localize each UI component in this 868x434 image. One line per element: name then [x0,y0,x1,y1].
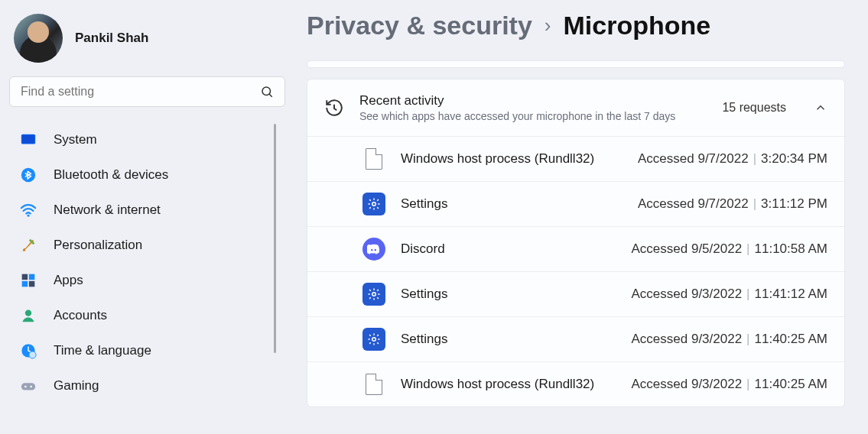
recent-activity-subtitle: See which apps have accessed your microp… [359,110,707,122]
settings-app-icon [362,328,385,351]
sidebar: Pankil Shah System Bluetooth & devices N… [0,0,294,434]
nav-list: System Bluetooth & devices Network & int… [9,122,285,403]
chevron-up-icon[interactable] [814,101,827,115]
settings-app-icon [362,283,385,306]
search-input[interactable] [21,85,260,99]
nav-item-system[interactable]: System [9,122,285,157]
wifi-icon [20,202,37,219]
profile-block[interactable]: Pankil Shah [9,9,285,76]
nav-scrollbar[interactable] [274,124,276,353]
recent-activity-title-block: Recent activity See which apps have acce… [359,93,707,122]
settings-app-icon [362,193,385,215]
nav-label: Gaming [54,378,99,394]
access-info: Accessed 9/5/2022|11:10:58 AM [632,241,828,257]
svg-point-10 [25,310,31,316]
search-icon [260,85,274,99]
nav-label: Time & language [54,343,151,358]
activity-row: Windows host process (Rundll32)Accessed … [307,362,844,406]
app-icon [362,283,385,306]
app-name: Windows host process (Rundll32) [401,376,616,393]
person-icon [20,307,37,324]
monitor-icon [20,131,37,148]
app-name: Windows host process (Rundll32) [401,151,623,167]
svg-rect-7 [29,274,35,280]
breadcrumb-parent[interactable]: Privacy & security [307,11,532,40]
svg-rect-14 [21,383,35,390]
app-name: Settings [401,196,623,212]
gamepad-icon [20,377,37,394]
app-icon [362,147,385,170]
svg-point-0 [262,87,271,96]
svg-rect-3 [22,135,35,144]
activity-row: DiscordAccessed 9/5/2022|11:10:58 AM [307,227,844,272]
bluetooth-icon [20,167,37,183]
app-name: Discord [401,241,616,257]
svg-point-19 [372,338,376,342]
file-icon [366,374,382,395]
recent-activity-title: Recent activity [359,93,707,108]
file-icon [366,148,382,170]
svg-point-13 [29,351,36,358]
nav-label: Apps [54,273,83,288]
svg-rect-6 [22,274,28,280]
activity-row: Windows host process (Rundll32)Accessed … [307,137,844,182]
app-icon [362,373,385,396]
access-info: Accessed 9/7/2022|3:11:12 PM [638,196,827,212]
nav-label: Accounts [54,308,107,323]
recent-activity-card: Recent activity See which apps have acce… [307,79,845,407]
svg-point-5 [28,215,30,217]
nav-label: System [54,132,97,147]
card-spacer [307,60,845,68]
nav-item-network[interactable]: Network & internet [9,193,285,228]
recent-activity-header[interactable]: Recent activity See which apps have acce… [307,79,844,137]
globe-clock-icon [20,342,37,359]
breadcrumb-separator: › [545,14,551,37]
svg-line-1 [269,94,272,97]
nav-item-personalization[interactable]: Personalization [9,228,285,263]
svg-point-16 [30,386,32,388]
nav-item-accounts[interactable]: Accounts [9,298,285,333]
access-info: Accessed 9/3/2022|11:40:25 AM [632,332,828,347]
app-name: Settings [401,331,616,348]
brush-icon [20,237,37,254]
nav-item-gaming[interactable]: Gaming [9,368,285,403]
recent-activity-list: Windows host process (Rundll32)Accessed … [307,137,844,406]
access-info: Accessed 9/3/2022|11:40:25 AM [632,377,828,392]
app-icon [362,328,385,351]
nav-item-time-language[interactable]: Time & language [9,333,285,368]
activity-row: SettingsAccessed 9/7/2022|3:11:12 PM [307,182,844,227]
activity-row: SettingsAccessed 9/3/2022|11:41:12 AM [307,272,844,317]
nav-item-apps[interactable]: Apps [9,263,285,298]
access-info: Accessed 9/7/2022|3:20:34 PM [638,151,827,167]
avatar [14,14,63,63]
nav-label: Personalization [54,238,142,253]
svg-rect-8 [22,281,28,287]
svg-point-15 [24,386,27,388]
nav-label: Network & internet [54,202,161,218]
app-icon [362,193,385,215]
app-icon [362,238,385,261]
search-box[interactable] [9,76,285,107]
nav-item-bluetooth[interactable]: Bluetooth & devices [9,157,285,193]
main-content: Privacy & security › Microphone Recent a… [294,0,868,434]
activity-row: SettingsAccessed 9/3/2022|11:40:25 AM [307,317,844,362]
breadcrumb-current: Microphone [564,11,711,40]
recent-activity-count: 15 requests [722,101,786,115]
svg-point-18 [372,293,376,296]
history-icon [324,98,344,118]
svg-rect-9 [29,281,35,287]
app-name: Settings [401,286,616,303]
discord-app-icon [362,238,385,261]
apps-icon [20,272,37,289]
nav-label: Bluetooth & devices [54,167,168,183]
svg-point-17 [372,202,376,206]
breadcrumb: Privacy & security › Microphone [307,0,845,60]
user-name: Pankil Shah [75,31,148,46]
access-info: Accessed 9/3/2022|11:41:12 AM [632,287,828,302]
